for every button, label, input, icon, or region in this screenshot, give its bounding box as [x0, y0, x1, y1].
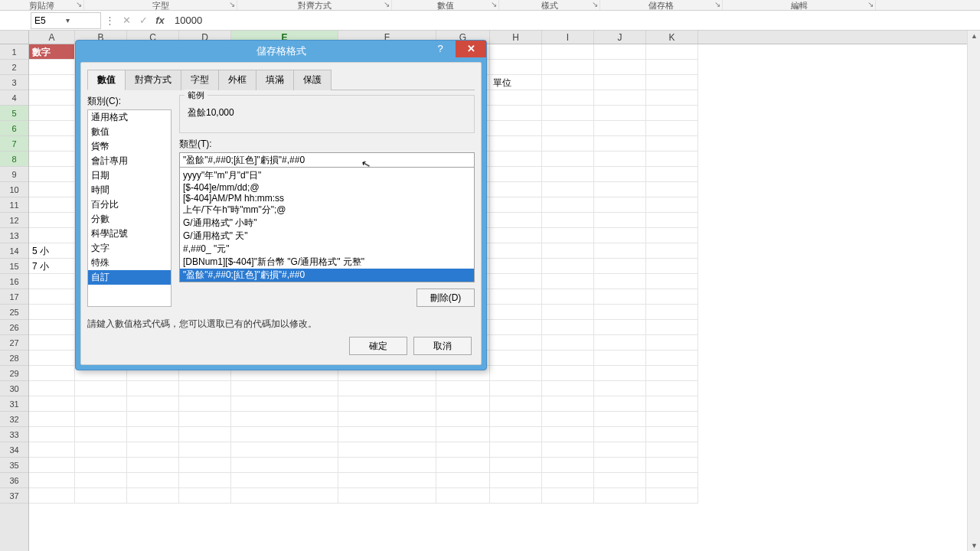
- cell[interactable]: [338, 396, 436, 412]
- cell[interactable]: [646, 90, 698, 106]
- cell[interactable]: [29, 90, 75, 106]
- cell[interactable]: [594, 136, 646, 152]
- cell[interactable]: [542, 458, 594, 473]
- category-item[interactable]: 分數: [88, 212, 171, 227]
- category-item[interactable]: 科學記號: [88, 227, 171, 241]
- cell[interactable]: [490, 350, 542, 366]
- type-listbox[interactable]: $#,##0_);[紅色]($#,##0)0.0%yyyy"年"m"月"d"日"…: [179, 168, 475, 282]
- cell[interactable]: [338, 381, 436, 396]
- cell[interactable]: [542, 350, 594, 366]
- cell[interactable]: [542, 213, 594, 228]
- cell[interactable]: [542, 243, 594, 259]
- column-header[interactable]: J: [594, 31, 646, 44]
- ok-button[interactable]: 確定: [349, 337, 407, 355]
- cell[interactable]: 7 小: [29, 259, 75, 274]
- cell[interactable]: [542, 305, 594, 320]
- cell[interactable]: [490, 182, 542, 197]
- cell[interactable]: [29, 366, 75, 381]
- cell[interactable]: [29, 335, 75, 350]
- row-header[interactable]: 25: [0, 305, 28, 320]
- cell[interactable]: [646, 412, 698, 427]
- cell[interactable]: [646, 350, 698, 366]
- cell[interactable]: [29, 213, 75, 228]
- cell[interactable]: [75, 412, 127, 427]
- cell[interactable]: [127, 488, 179, 504]
- cell[interactable]: [594, 289, 646, 305]
- cell[interactable]: [646, 243, 698, 259]
- cell[interactable]: [436, 412, 490, 427]
- cell[interactable]: [29, 381, 75, 396]
- cell[interactable]: [490, 366, 542, 381]
- cell[interactable]: [490, 152, 542, 167]
- cell[interactable]: [29, 60, 75, 75]
- cell[interactable]: [490, 228, 542, 243]
- cell[interactable]: [490, 44, 542, 60]
- type-item[interactable]: G/通用格式" 天": [180, 230, 474, 243]
- cell[interactable]: [646, 305, 698, 320]
- type-item[interactable]: "盈餘"#,##0;[紅色]"虧損"#,##0: [180, 269, 474, 282]
- dialog-close-button[interactable]: ✕: [456, 41, 486, 57]
- dialog-tab[interactable]: 對齊方式: [125, 70, 181, 90]
- dialog-launcher-icon[interactable]: ↘: [592, 0, 598, 8]
- cell[interactable]: [646, 366, 698, 381]
- cell[interactable]: [490, 167, 542, 182]
- cell[interactable]: [75, 427, 127, 442]
- cell[interactable]: [436, 458, 490, 473]
- cell[interactable]: [542, 75, 594, 90]
- cell[interactable]: [490, 243, 542, 259]
- cell[interactable]: 數字: [29, 44, 75, 60]
- cell[interactable]: 單位: [490, 75, 542, 90]
- cell[interactable]: [594, 44, 646, 60]
- cell[interactable]: [542, 412, 594, 427]
- cell[interactable]: [127, 427, 179, 442]
- cell[interactable]: [127, 396, 179, 412]
- cell[interactable]: [231, 488, 338, 504]
- cancel-entry-button[interactable]: ✕: [118, 12, 135, 29]
- cell[interactable]: [29, 152, 75, 167]
- cell[interactable]: [646, 473, 698, 488]
- cell[interactable]: [29, 488, 75, 504]
- cell[interactable]: [542, 167, 594, 182]
- cell[interactable]: [646, 274, 698, 289]
- dialog-titlebar[interactable]: 儲存格格式 ? ✕: [76, 41, 486, 62]
- cell[interactable]: [29, 75, 75, 90]
- cell[interactable]: [594, 366, 646, 381]
- cell[interactable]: [542, 488, 594, 504]
- column-header[interactable]: H: [490, 31, 542, 44]
- cell[interactable]: [594, 412, 646, 427]
- cell[interactable]: [646, 197, 698, 213]
- dialog-tab[interactable]: 字型: [181, 70, 219, 90]
- cell[interactable]: [490, 274, 542, 289]
- cell[interactable]: [338, 473, 436, 488]
- cell[interactable]: [29, 228, 75, 243]
- cell[interactable]: [338, 412, 436, 427]
- dialog-launcher-icon[interactable]: ↘: [867, 0, 874, 8]
- cell[interactable]: [594, 90, 646, 106]
- type-item[interactable]: yyyy"年"m"月"d"日": [180, 169, 474, 182]
- cell[interactable]: [542, 228, 594, 243]
- dialog-launcher-icon[interactable]: ↘: [229, 0, 235, 8]
- cell[interactable]: [594, 213, 646, 228]
- name-box-dropdown-icon[interactable]: ▾: [66, 16, 97, 24]
- cell[interactable]: [594, 381, 646, 396]
- formula-input[interactable]: 10000: [168, 13, 980, 28]
- type-input[interactable]: [179, 152, 475, 168]
- row-header[interactable]: 37: [0, 488, 28, 504]
- cell[interactable]: [594, 167, 646, 182]
- cell[interactable]: [542, 259, 594, 274]
- cell[interactable]: [179, 427, 231, 442]
- cell[interactable]: [490, 121, 542, 136]
- cell[interactable]: [29, 121, 75, 136]
- cell[interactable]: [436, 473, 490, 488]
- column-header[interactable]: I: [542, 31, 594, 44]
- cell[interactable]: [29, 289, 75, 305]
- cell[interactable]: [127, 412, 179, 427]
- cell[interactable]: [542, 442, 594, 458]
- row-header[interactable]: 13: [0, 228, 28, 243]
- cell[interactable]: [594, 458, 646, 473]
- row-header[interactable]: 35: [0, 458, 28, 473]
- cell[interactable]: [179, 396, 231, 412]
- cell[interactable]: [436, 442, 490, 458]
- cell[interactable]: [646, 106, 698, 121]
- category-item[interactable]: 數值: [88, 125, 171, 139]
